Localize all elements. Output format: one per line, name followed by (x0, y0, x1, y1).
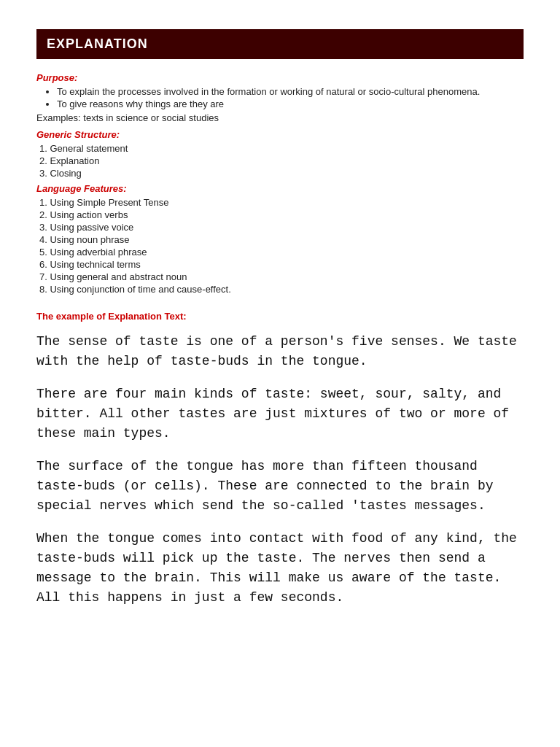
list-item: 2. Using action verbs (39, 209, 524, 220)
list-item: 4. Using noun phrase (39, 234, 524, 245)
example-paragraph-4: When the tongue comes into contact with … (36, 529, 524, 608)
purpose-examples: Examples: texts in science or social stu… (36, 112, 524, 123)
example-paragraph-2: There are four main kinds of taste: swee… (36, 384, 524, 444)
generic-structure-section: Generic Structure: 1. General statement … (36, 129, 524, 179)
list-item: To explain the processes involved in the… (57, 86, 524, 97)
list-item: 1. General statement (39, 143, 524, 154)
language-features-label: Language Features: (36, 183, 524, 194)
generic-structure-label: Generic Structure: (36, 129, 524, 140)
list-item: 1. Using Simple Present Tense (39, 197, 524, 208)
list-item: 2. Explanation (39, 155, 524, 166)
language-features-section: Language Features: 1. Using Simple Prese… (36, 183, 524, 295)
example-paragraph-1: The sense of taste is one of a person's … (36, 332, 524, 371)
list-item: 3. Closing (39, 168, 524, 179)
list-item: 5. Using adverbial phrase (39, 247, 524, 258)
list-item: 6. Using technical terms (39, 259, 524, 270)
example-paragraph-3: The surface of the tongue has more than … (36, 457, 524, 516)
purpose-bullets: To explain the processes involved in the… (57, 86, 524, 109)
list-item: 7. Using general and abstract noun (39, 271, 524, 282)
language-features-list: 1. Using Simple Present Tense 2. Using a… (39, 197, 524, 295)
generic-structure-list: 1. General statement 2. Explanation 3. C… (39, 143, 524, 179)
list-item: 8. Using conjunction of time and cause-e… (39, 284, 524, 295)
purpose-label: Purpose: (36, 72, 524, 83)
list-item: 3. Using passive voice (39, 222, 524, 233)
page-title: EXPLANATION (36, 29, 524, 59)
purpose-section: Purpose: To explain the processes involv… (36, 72, 524, 123)
list-item: To give reasons why things are they are (57, 98, 524, 109)
example-label: The example of Explanation Text: (36, 311, 524, 322)
